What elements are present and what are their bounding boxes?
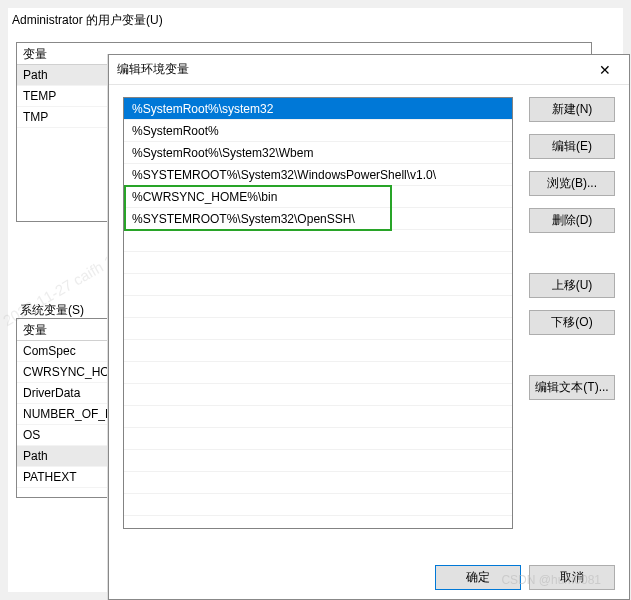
path-list-blank[interactable]	[124, 252, 512, 274]
move-down-button[interactable]: 下移(O)	[529, 310, 615, 335]
edit-env-var-dialog: 编辑环境变量 ✕ %SystemRoot%\system32%SystemRoo…	[108, 54, 630, 600]
path-list-blank[interactable]	[124, 274, 512, 296]
cancel-button[interactable]: 取消	[529, 565, 615, 590]
path-list-blank[interactable]	[124, 406, 512, 428]
move-up-button[interactable]: 上移(U)	[529, 273, 615, 298]
path-list-item[interactable]: %SystemRoot%\System32\Wbem	[124, 142, 512, 164]
new-button[interactable]: 新建(N)	[529, 97, 615, 122]
dialog-body: %SystemRoot%\system32%SystemRoot%%System…	[109, 85, 629, 555]
path-list-item[interactable]: %SYSTEMROOT%\System32\WindowsPowerShell\…	[124, 164, 512, 186]
path-list-item[interactable]: %SystemRoot%	[124, 120, 512, 142]
browse-button[interactable]: 浏览(B)...	[529, 171, 615, 196]
delete-button[interactable]: 删除(D)	[529, 208, 615, 233]
dialog-titlebar[interactable]: 编辑环境变量 ✕	[109, 55, 629, 85]
user-vars-label: Administrator 的用户变量(U)	[12, 12, 623, 29]
path-list-item[interactable]: %SYSTEMROOT%\System32\OpenSSH\	[124, 208, 512, 230]
path-list-blank[interactable]	[124, 362, 512, 384]
edit-button[interactable]: 编辑(E)	[529, 134, 615, 159]
edit-text-button[interactable]: 编辑文本(T)...	[529, 375, 615, 400]
ok-button[interactable]: 确定	[435, 565, 521, 590]
path-list-item[interactable]: %SystemRoot%\system32	[124, 98, 512, 120]
path-list-blank[interactable]	[124, 472, 512, 494]
path-list-blank[interactable]	[124, 318, 512, 340]
path-list-blank[interactable]	[124, 450, 512, 472]
dialog-title: 编辑环境变量	[117, 61, 589, 78]
path-list-blank[interactable]	[124, 230, 512, 252]
path-list-blank[interactable]	[124, 428, 512, 450]
path-list-blank[interactable]	[124, 340, 512, 362]
dialog-footer: 确定 取消	[109, 555, 629, 599]
path-list-item[interactable]: %CWRSYNC_HOME%\bin	[124, 186, 512, 208]
close-icon[interactable]: ✕	[589, 58, 621, 82]
path-values-listbox[interactable]: %SystemRoot%\system32%SystemRoot%%System…	[123, 97, 513, 529]
path-list-blank[interactable]	[124, 296, 512, 318]
system-vars-label: 系统变量(S)	[20, 302, 84, 319]
dialog-button-column: 新建(N) 编辑(E) 浏览(B)... 删除(D) 上移(U) 下移(O) 编…	[529, 97, 615, 412]
path-list-blank[interactable]	[124, 384, 512, 406]
path-list-blank[interactable]	[124, 494, 512, 516]
